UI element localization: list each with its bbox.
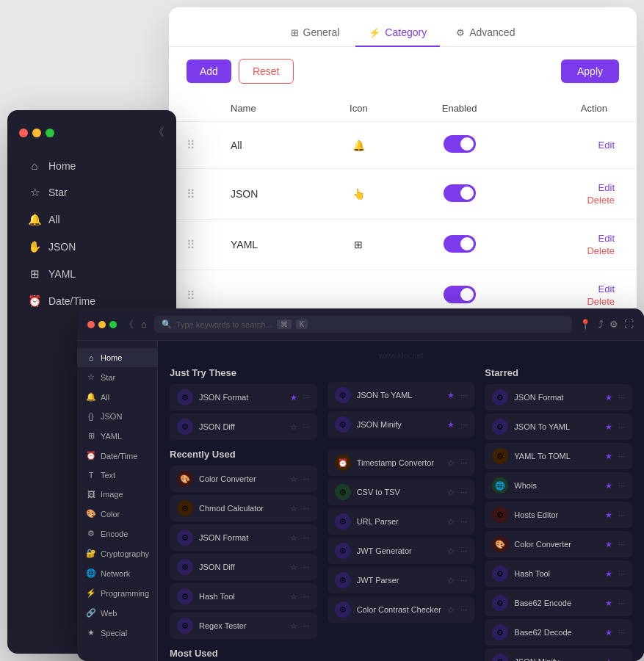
list-item[interactable]: ⚙ JSON Format ☆ ··· [170,524,317,551]
star-button[interactable]: ★ [605,628,612,637]
toggle-json[interactable] [444,184,476,202]
list-item[interactable]: ⚙ YAML To TOML ★ ··· [485,443,632,469]
list-item[interactable]: ⚙ JSON Minify ★ ··· [328,411,475,438]
more-button[interactable]: ··· [460,517,467,526]
star-button[interactable]: ☆ [290,621,297,631]
star-button[interactable]: ★ [605,569,612,579]
more-button[interactable]: ··· [460,546,467,555]
list-item[interactable]: ⚙ Chmod Calculator ☆ ··· [170,495,317,521]
more-button[interactable]: ··· [460,605,467,614]
more-button[interactable]: ··· [303,504,310,513]
list-item[interactable]: ⚙ Hash Tool ☆ ··· [170,583,317,610]
star-button[interactable]: ★ [605,452,612,461]
more-button[interactable]: ··· [618,510,625,519]
delete-json-button[interactable]: Delete [535,195,615,206]
list-item[interactable]: ⏰ Timestamp Convertor ☆ ··· [328,449,475,476]
star-button[interactable]: ★ [290,393,297,402]
star-button[interactable]: ☆ [447,488,455,497]
app-nav-network[interactable]: 🌐 Network [77,563,157,583]
app-minimize-button[interactable] [98,321,106,328]
star-button[interactable]: ☆ [290,533,297,543]
list-item[interactable]: ⚙ JSON To YAML ★ ··· [328,382,475,408]
star-button[interactable]: ★ [605,422,612,432]
star-button[interactable]: ★ [605,657,612,662]
more-button[interactable]: ··· [460,488,467,496]
star-button[interactable]: ☆ [447,517,455,527]
list-item[interactable]: 🌐 Whois ★ ··· [485,472,632,499]
list-item[interactable]: ⚙ Color Contrast Checker ☆ ··· [328,596,475,623]
more-button[interactable]: ··· [618,452,625,460]
list-item[interactable]: ⚙ Base62 Decode ★ ··· [485,619,632,646]
list-item[interactable]: ⚙ JSON Diff ☆ ··· [170,554,317,580]
apply-button[interactable]: Apply [561,59,619,83]
drag-handle[interactable]: ⠿ [187,188,195,201]
more-button[interactable]: ··· [460,391,467,400]
more-button[interactable]: ··· [618,422,625,431]
app-nav-color[interactable]: 🎨 Color [77,504,157,524]
star-button[interactable]: ☆ [447,546,455,556]
toggle-all[interactable] [444,135,476,153]
list-item[interactable]: 🎨 Color Converter ☆ ··· [170,466,317,492]
more-button[interactable]: ··· [303,592,310,601]
edit-yaml-button[interactable]: Edit [535,233,615,244]
star-button[interactable]: ☆ [290,474,297,484]
star-button[interactable]: ★ [605,510,612,520]
list-item[interactable]: ⚙ Base62 Encode ★ ··· [485,590,632,616]
more-button[interactable]: ··· [618,599,625,607]
app-nav-crypto[interactable]: 🔐 Cryptography [77,543,157,563]
close-button[interactable] [19,129,28,137]
edit-json-button[interactable]: Edit [535,182,615,193]
list-item[interactable]: ⚙ CSV to TSV ☆ ··· [328,479,475,505]
app-nav-datetime[interactable]: ⏰ Date/Time [77,446,157,466]
drag-handle[interactable]: ⠿ [187,239,195,251]
app-nav-web[interactable]: 🔗 Web [77,603,157,623]
star-button[interactable]: ☆ [447,458,455,468]
list-item[interactable]: ⚙ JSON To YAML ★ ··· [485,413,632,440]
more-button[interactable]: ··· [618,393,625,402]
list-item[interactable]: ⚙ JSON Minify ★ ··· [485,649,632,661]
add-button[interactable]: Add [187,59,231,83]
list-item[interactable]: ⚙ JSON Diff ☆ ··· [170,413,317,440]
star-button[interactable]: ★ [447,391,455,400]
app-nav-special[interactable]: ★ Special [77,623,157,643]
edit-row4-button[interactable]: Edit [535,283,615,295]
reset-button[interactable]: Reset [239,59,294,84]
star-button[interactable]: ★ [605,393,612,402]
list-item[interactable]: ⚙ JSON Format ★ ··· [485,384,632,411]
app-home-icon[interactable]: ⌂ [141,319,147,330]
delete-row4-button[interactable]: Delete [535,296,615,307]
more-button[interactable]: ··· [303,474,310,483]
drag-handle[interactable]: ⠿ [187,139,195,151]
list-item[interactable]: 🎨 Color Converter ★ ··· [485,531,632,557]
delete-yaml-button[interactable]: Delete [535,245,615,256]
expand-icon[interactable]: ⛶ [624,319,634,330]
more-button[interactable]: ··· [303,563,310,571]
list-item[interactable]: ⚙ URL Parser ☆ ··· [328,508,475,535]
more-button[interactable]: ··· [460,458,467,467]
star-button[interactable]: ★ [447,420,455,430]
star-button[interactable]: ☆ [290,504,297,513]
star-button[interactable]: ☆ [290,422,297,432]
app-maximize-button[interactable] [109,321,117,328]
app-nav-encode[interactable]: ⚙ Encode [77,524,157,543]
app-collapse-button[interactable]: 《 [124,318,134,331]
app-nav-programming[interactable]: ⚡ Programming [77,583,157,603]
sidebar-item-yaml[interactable]: ⊞ YAML [13,261,170,287]
more-button[interactable]: ··· [618,481,625,490]
toggle-row4[interactable] [444,286,476,303]
app-nav-json[interactable]: {} JSON [77,407,157,426]
sidebar-item-all[interactable]: 🔔 All [13,206,170,233]
star-button[interactable]: ★ [605,540,612,549]
edit-all-button[interactable]: Edit [535,140,615,151]
more-button[interactable]: ··· [618,657,625,661]
share-icon[interactable]: ⤴ [598,319,604,330]
sidebar-item-home[interactable]: ⌂ Home [13,153,170,178]
more-button[interactable]: ··· [618,569,625,578]
app-nav-yaml[interactable]: ⊞ YAML [77,426,157,446]
star-button[interactable]: ★ [605,481,612,491]
tab-advanced[interactable]: ⚙ Advanced [443,19,528,47]
app-close-button[interactable] [87,321,95,328]
app-nav-star[interactable]: ☆ Star [77,367,157,387]
tab-category[interactable]: ⚡ Category [355,19,440,47]
app-nav-all[interactable]: 🔔 All [77,387,157,407]
